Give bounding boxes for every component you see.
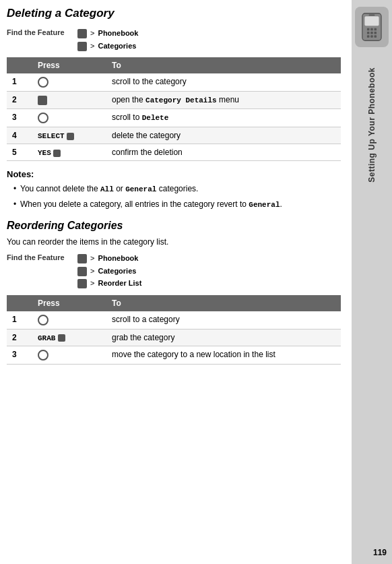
categories-link-2[interactable]: Categories <box>98 267 137 275</box>
menu-btn-icon-2 <box>67 133 74 140</box>
path-line-1-2: > Categories <box>77 40 138 53</box>
row5-to: confirm the deletion <box>106 144 341 161</box>
path-line-1-1: > Phonebook <box>77 27 138 40</box>
find-feature-label-1: Find the Feature <box>7 27 71 36</box>
path-line-2-2: > Categories <box>77 265 141 278</box>
row-r2-press: GRAB <box>32 330 106 346</box>
notes-title: Notes: <box>7 169 341 179</box>
row5-num: 5 <box>7 144 32 161</box>
row1-num: 1 <box>7 73 32 92</box>
row1-press <box>32 73 106 92</box>
col-header-press-2: Press <box>32 295 106 311</box>
menu-btn-icon-3 <box>53 150 61 157</box>
menu-icon-5 <box>77 279 87 288</box>
phone-icon <box>360 12 384 42</box>
reorder-steps-table: Press To 1 scroll to a category 2 GRAB g… <box>7 295 341 365</box>
scroll-circle-icon-4 <box>38 350 48 361</box>
svg-rect-4 <box>374 28 377 31</box>
note-item-1: You cannot delete the All or General cat… <box>13 183 341 195</box>
notes-list: You cannot delete the All or General cat… <box>7 183 341 210</box>
col-header-num-2 <box>7 295 32 311</box>
phonebook-link-1[interactable]: Phonebook <box>98 29 139 37</box>
delete-steps-table: Press To 1 scroll to the category 2 open… <box>7 57 341 161</box>
grab-btn: GRAB <box>38 334 55 342</box>
delete-text: Delete <box>142 114 169 122</box>
find-feature-path-1: > Phonebook > Categories <box>77 27 138 52</box>
menu-icon-1 <box>77 29 87 38</box>
find-feature-path-2: > Phonebook > Categories > Reorder List <box>77 252 141 290</box>
row2-press <box>32 92 106 109</box>
row-r1-press <box>32 311 106 330</box>
category-details-text: Category Details <box>145 96 217 104</box>
svg-rect-10 <box>374 35 377 38</box>
row-r2-to: grab the category <box>106 330 341 346</box>
section2-desc: You can reorder the items in the categor… <box>7 237 341 247</box>
row-r1-num: 1 <box>7 311 32 330</box>
page-number: 119 <box>373 548 387 557</box>
all-text: All <box>100 185 114 193</box>
categories-link-1[interactable]: Categories <box>98 42 137 50</box>
table-row: 2 open the Category Details menu <box>7 92 341 109</box>
table-row: 5 YES confirm the deletion <box>7 144 341 161</box>
table-row: 2 GRAB grab the category <box>7 330 341 346</box>
path-line-2-3: > Reorder List <box>77 277 141 290</box>
row-r2-num: 2 <box>7 330 32 346</box>
row4-to: delete the category <box>106 127 341 144</box>
scroll-circle-icon-2 <box>38 113 48 123</box>
phone-icon-container <box>355 7 389 47</box>
find-feature-2: Find the Feature > Phonebook > Categorie… <box>7 252 341 290</box>
menu-icon-2 <box>77 42 87 51</box>
table-row: 3 scroll to Delete <box>7 109 341 127</box>
path-line-2-1: > Phonebook <box>77 252 141 265</box>
menu-icon-4 <box>77 267 87 276</box>
row-r1-to: scroll to a category <box>106 311 341 330</box>
row5-press: YES <box>32 144 106 161</box>
col-header-to-2: To <box>106 295 341 311</box>
general-text-1: General <box>125 185 156 193</box>
general-text-2: General <box>249 201 280 209</box>
find-feature-label-2: Find the Feature <box>7 252 71 261</box>
table-row: 3 move the category to a new location in… <box>7 346 341 365</box>
scroll-circle-icon-1 <box>38 77 48 88</box>
scroll-circle-icon-3 <box>38 315 48 325</box>
select-btn: SELECT <box>38 132 65 140</box>
table-row: 4 SELECT delete the category <box>7 127 341 144</box>
row2-num: 2 <box>7 92 32 109</box>
row-r3-to: move the category to a new location in t… <box>106 346 341 365</box>
svg-rect-7 <box>374 32 377 34</box>
right-sidebar: Setting Up Your Phonebook 119 <box>352 0 392 564</box>
section2-title: Reordering Categories <box>7 220 341 232</box>
sidebar-label: Setting Up Your Phonebook <box>367 67 377 183</box>
row-r3-num: 3 <box>7 346 32 365</box>
svg-rect-9 <box>370 35 373 38</box>
svg-rect-5 <box>367 32 370 34</box>
menu-icon-3 <box>77 254 87 263</box>
row4-num: 4 <box>7 127 32 144</box>
row-r3-press <box>32 346 106 365</box>
row4-press: SELECT <box>32 127 106 144</box>
row1-to: scroll to the category <box>106 73 341 92</box>
svg-rect-6 <box>370 32 373 34</box>
svg-rect-11 <box>369 15 375 16</box>
col-header-to-1: To <box>106 57 341 73</box>
svg-rect-3 <box>370 28 373 31</box>
title-text: Deleting a Category <box>7 7 115 20</box>
main-content: Deleting a Category Find the Feature > P… <box>0 0 352 564</box>
phonebook-link-2[interactable]: Phonebook <box>98 254 139 262</box>
row3-press <box>32 109 106 127</box>
svg-rect-8 <box>367 35 370 38</box>
table-row: 1 scroll to the category <box>7 73 341 92</box>
row2-to: open the Category Details menu <box>106 92 341 109</box>
yes-btn: YES <box>38 149 51 157</box>
row3-num: 3 <box>7 109 32 127</box>
col-header-num-1 <box>7 57 32 73</box>
page-title: Deleting a Category <box>7 7 341 20</box>
menu-btn-icon-4 <box>58 334 65 342</box>
svg-rect-1 <box>364 16 379 26</box>
table-row: 1 scroll to a category <box>7 311 341 330</box>
row3-to: scroll to Delete <box>106 109 341 127</box>
reorder-link[interactable]: Reorder List <box>98 279 142 287</box>
find-feature-1: Find the Feature > Phonebook > Categorie… <box>7 27 341 52</box>
svg-rect-2 <box>367 28 370 31</box>
col-header-press-1: Press <box>32 57 106 73</box>
